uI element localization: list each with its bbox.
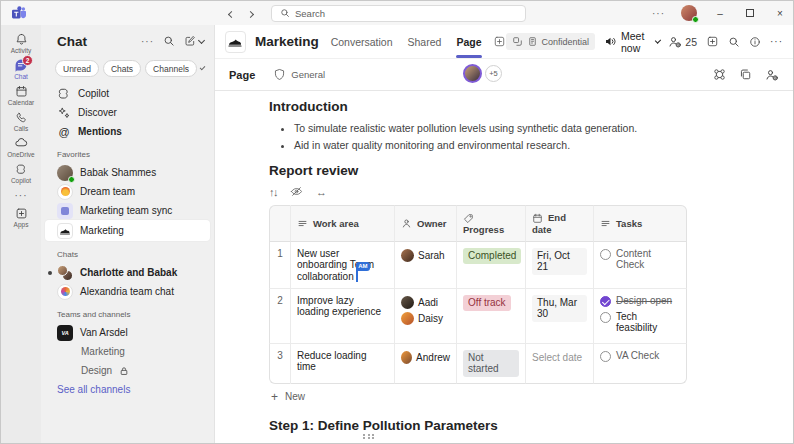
drag-handle[interactable] — [363, 434, 375, 440]
nav-forward-button[interactable] — [248, 8, 253, 19]
end-date-cell[interactable]: Select date — [526, 344, 594, 384]
task-item[interactable]: Tech feasibility — [600, 311, 680, 333]
copilot-icon — [15, 163, 28, 176]
members-button[interactable]: 25 — [668, 35, 697, 49]
column-header-work-area[interactable]: Work area — [291, 205, 395, 242]
status-badge: Off track — [463, 295, 511, 311]
tasks-cell[interactable]: Design open Tech feasibility — [594, 289, 687, 344]
info-icon[interactable] — [749, 35, 761, 47]
avatar — [57, 265, 73, 281]
owner-cell[interactable]: Andrew — [395, 344, 457, 384]
hide-eye-icon[interactable] — [290, 185, 303, 198]
sidebar-item-alexandria-team-chat[interactable]: Alexandria team chat — [41, 282, 214, 301]
minimize-button[interactable]: – — [713, 8, 727, 19]
collaborator-overflow-badge[interactable]: +5 — [485, 65, 502, 82]
sidebar-search-icon[interactable] — [163, 35, 175, 47]
section-favorites[interactable]: Favorites — [41, 141, 214, 163]
section-teams-and-channels[interactable]: Teams and channels — [41, 301, 214, 323]
tab-conversation[interactable]: Conversation — [331, 25, 393, 58]
bullet-item: Identify key pollutants (e.g., nitrates,… — [294, 440, 687, 443]
copy-page-button[interactable] — [739, 68, 752, 81]
collaborator-avatars[interactable]: +5 — [463, 64, 502, 83]
rail-item-onedrive[interactable]: OneDrive — [1, 134, 41, 160]
task-checkbox[interactable] — [600, 312, 611, 323]
sidebar-item-copilot[interactable]: Copilot — [41, 84, 214, 103]
rail-more-icon[interactable]: ··· — [1, 186, 41, 204]
sensitivity-label[interactable]: Confidential — [506, 33, 596, 50]
task-item[interactable]: Content Check — [600, 248, 680, 270]
column-header-owner[interactable]: Owner — [395, 205, 457, 242]
task-checkbox-checked[interactable] — [600, 296, 611, 307]
see-all-channels-link[interactable]: See all channels — [41, 380, 214, 399]
progress-cell[interactable]: Not started — [457, 344, 526, 384]
progress-cell[interactable]: Off track — [457, 289, 526, 344]
column-header-end-date[interactable]: End date — [526, 205, 594, 242]
rail-item-chat[interactable]: 2 Chat — [1, 56, 41, 82]
tab-page[interactable]: Page — [456, 25, 481, 58]
task-checkbox[interactable] — [600, 249, 611, 260]
rail-item-apps[interactable]: Apps — [1, 204, 41, 230]
owner-cell[interactable]: Aadi Daisy — [395, 289, 457, 344]
work-area-cell[interactable]: New user onboarding Team collaborationAM — [291, 242, 395, 289]
column-header-progress[interactable]: Progress — [457, 205, 526, 242]
chat-filters: Unread Chats Channels — [41, 57, 214, 84]
workspace-button[interactable] — [713, 68, 726, 81]
sidebar-item-marketing[interactable]: Marketing — [45, 220, 210, 241]
step1-bullets: Identify key pollutants (e.g., nitrates,… — [269, 440, 687, 443]
search-input[interactable]: Search — [271, 5, 526, 22]
rail-item-copilot[interactable]: Copilot — [1, 160, 41, 186]
filters-collapse-icon[interactable] — [200, 65, 206, 71]
column-header-tasks[interactable]: Tasks — [594, 205, 687, 242]
titlebar-more-icon[interactable]: ··· — [652, 8, 665, 19]
close-button[interactable]: × — [773, 8, 787, 19]
add-tab-button[interactable] — [493, 35, 506, 48]
meet-now-button[interactable]: Meet now — [604, 30, 659, 54]
page-members-button[interactable] — [765, 68, 779, 82]
end-date-cell[interactable]: Fri, Oct 21 — [526, 242, 594, 289]
profile-avatar[interactable] — [681, 5, 697, 21]
avatar — [57, 223, 73, 239]
resize-icon[interactable]: ↔ — [316, 186, 327, 198]
channel-logo — [225, 31, 246, 53]
sidebar-item-marketing-team-sync[interactable]: Marketing team sync — [41, 201, 214, 220]
header-add-button[interactable] — [706, 35, 719, 48]
rail-item-calls[interactable]: Calls — [1, 108, 41, 134]
sort-icon[interactable]: ↑↓ — [269, 186, 277, 198]
owner-cell[interactable]: Sarah — [395, 242, 457, 289]
header-search-icon[interactable] — [728, 35, 740, 47]
sidebar-channel-design[interactable]: Design — [41, 361, 214, 380]
sidebar-item-discover[interactable]: Discover — [41, 103, 214, 122]
sidebar-more-icon[interactable]: ··· — [141, 36, 154, 47]
maximize-button[interactable] — [743, 8, 757, 19]
sidebar-item-van-arsdel[interactable]: VA Van Arsdel — [41, 323, 214, 342]
sidebar-item-charlotte-and-babak[interactable]: Charlotte and Babak — [41, 263, 214, 282]
header-more-icon[interactable]: ··· — [770, 36, 783, 47]
table-row: 3 Reduce loading time Andrew Not started… — [269, 344, 687, 384]
rail-item-activity[interactable]: Activity — [1, 30, 41, 56]
nav-back-button[interactable] — [229, 8, 234, 19]
filter-unread[interactable]: Unread — [55, 60, 99, 77]
tab-shared[interactable]: Shared — [408, 25, 442, 58]
tasks-cell[interactable]: VA Check — [594, 344, 687, 384]
filter-channels[interactable]: Channels — [145, 60, 197, 77]
sidebar-channel-marketing[interactable]: Marketing — [41, 342, 214, 361]
permission-scope[interactable]: General — [273, 68, 325, 81]
tasks-cell[interactable]: Content Check — [594, 242, 687, 289]
sidebar-item-babak-shammes[interactable]: Babak Shammes — [41, 163, 214, 182]
work-area-cell[interactable]: Improve lazy loading experience — [291, 289, 395, 344]
date-placeholder: Select date — [532, 350, 582, 366]
add-row-button[interactable]: + New — [269, 384, 687, 405]
text-lines-icon — [297, 218, 308, 229]
task-checkbox[interactable] — [600, 351, 611, 362]
end-date-cell[interactable]: Thu, Mar 30 — [526, 289, 594, 344]
task-item[interactable]: Design open — [600, 295, 680, 307]
filter-chats[interactable]: Chats — [103, 60, 141, 77]
sidebar-item-mentions[interactable]: @ Mentions — [41, 122, 214, 141]
progress-cell[interactable]: Completed — [457, 242, 526, 289]
task-item[interactable]: VA Check — [600, 350, 680, 362]
rail-item-calendar[interactable]: Calendar — [1, 82, 41, 108]
work-area-cell[interactable]: Reduce loading time — [291, 344, 395, 384]
sidebar-item-dream-team[interactable]: Dream team — [41, 182, 214, 201]
new-chat-button[interactable] — [184, 35, 204, 47]
section-chats[interactable]: Chats — [41, 241, 214, 263]
